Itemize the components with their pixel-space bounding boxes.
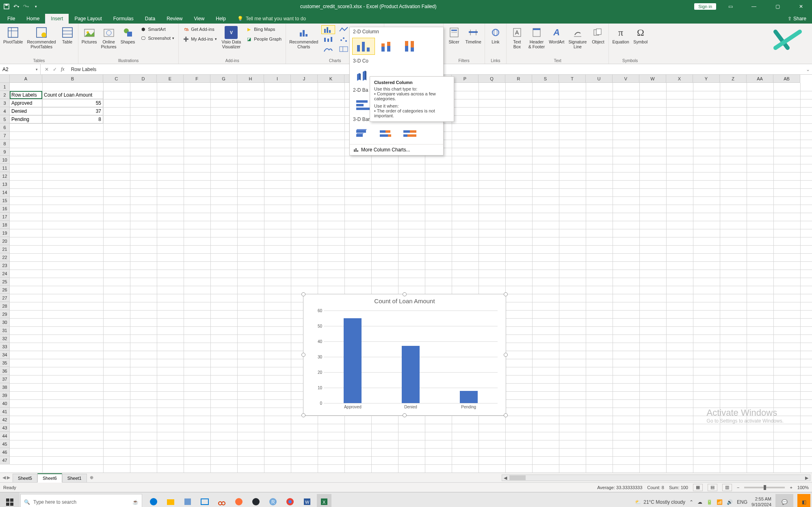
- cell[interactable]: Count of Loan Amount: [42, 91, 103, 99]
- resize-handle[interactable]: [301, 353, 305, 357]
- chart-bar[interactable]: [460, 391, 478, 403]
- column-header[interactable]: J: [291, 75, 318, 83]
- my-addins-button[interactable]: ➕My Add-ins▾: [181, 35, 218, 43]
- equation-button[interactable]: πEquation: [611, 25, 630, 45]
- clock[interactable]: 2:55 AM 9/10/2024: [751, 496, 771, 507]
- column-header[interactable]: C: [103, 75, 130, 83]
- column-header[interactable]: K: [318, 75, 344, 83]
- row-header[interactable]: 32: [0, 334, 10, 343]
- get-addins-button[interactable]: 🛍Get Add-ins: [181, 25, 218, 33]
- sheet-tab[interactable]: Sheet6: [37, 473, 62, 483]
- column-header[interactable]: X: [666, 75, 693, 83]
- row-header[interactable]: 19: [0, 229, 10, 237]
- column-header[interactable]: Z: [720, 75, 747, 83]
- statistic-chart-menu[interactable]: [321, 35, 335, 44]
- row-header[interactable]: 45: [0, 440, 10, 448]
- zoom-thumb[interactable]: [764, 485, 766, 490]
- tab-home[interactable]: Home: [21, 14, 45, 24]
- name-box[interactable]: A2 ▾: [0, 64, 41, 74]
- resize-handle[interactable]: [301, 413, 305, 417]
- tab-file[interactable]: File: [2, 14, 21, 24]
- row-header[interactable]: 1: [0, 83, 10, 91]
- row-header[interactable]: 37: [0, 375, 10, 383]
- close-icon[interactable]: ✕: [792, 0, 810, 13]
- onedrive-icon[interactable]: ☁: [697, 499, 702, 505]
- row-header[interactable]: 17: [0, 213, 10, 221]
- tab-page-layout[interactable]: Page Layout: [69, 14, 107, 24]
- row-header[interactable]: 4: [0, 107, 10, 115]
- weather-widget[interactable]: ⛅ 21°C Mostly cloudy: [635, 499, 685, 505]
- column-header[interactable]: E: [157, 75, 184, 83]
- column-header[interactable]: Y: [693, 75, 720, 83]
- volume-icon[interactable]: 🔊: [727, 499, 733, 505]
- cell[interactable]: 55: [42, 99, 103, 107]
- row-header[interactable]: 28: [0, 302, 10, 310]
- rstudio-icon[interactable]: R: [266, 494, 280, 507]
- row-header[interactable]: 39: [0, 391, 10, 399]
- cell[interactable]: 37: [42, 107, 103, 115]
- start-button[interactable]: [0, 492, 19, 507]
- row-header[interactable]: 42: [0, 416, 10, 424]
- column-header[interactable]: T: [559, 75, 586, 83]
- tab-formulas[interactable]: Formulas: [108, 14, 139, 24]
- zoom-out-button[interactable]: −: [737, 485, 739, 490]
- normal-view-button[interactable]: ▦: [693, 484, 703, 491]
- row-header[interactable]: 27: [0, 294, 10, 302]
- scroll-right-icon[interactable]: ▶: [803, 475, 810, 481]
- language-icon[interactable]: ENG: [737, 499, 747, 505]
- wordart-button[interactable]: AWordArt: [548, 25, 565, 45]
- cancel-formula-icon[interactable]: ✕: [45, 67, 49, 72]
- stacked-column-thumb[interactable]: [376, 38, 398, 55]
- link-button[interactable]: Link: [487, 25, 504, 45]
- visio-button[interactable]: VVisio Data Visualizer: [221, 25, 242, 50]
- column-header[interactable]: P: [452, 75, 479, 83]
- chart-plot-area[interactable]: 0102030405060 ApprovedDeniedPending: [324, 311, 498, 403]
- row-header[interactable]: 31: [0, 326, 10, 334]
- column-header[interactable]: B: [42, 75, 103, 83]
- shapes-button[interactable]: Shapes: [120, 25, 136, 45]
- tab-view[interactable]: View: [188, 14, 210, 24]
- row-header[interactable]: 14: [0, 188, 10, 196]
- tray-app-icon[interactable]: ◧: [797, 494, 810, 507]
- chart-bar[interactable]: [344, 318, 362, 403]
- row-header[interactable]: 9: [0, 148, 10, 156]
- column-header[interactable]: Q: [479, 75, 505, 83]
- file-explorer-icon[interactable]: [163, 494, 178, 507]
- fx-icon[interactable]: fx: [61, 66, 65, 72]
- resize-handle[interactable]: [403, 413, 407, 417]
- column-header[interactable]: S: [532, 75, 559, 83]
- screenshot-button[interactable]: 🖵Screenshot▾: [139, 34, 176, 42]
- share-button[interactable]: ⇪ Share: [782, 14, 812, 24]
- zoom-slider[interactable]: [744, 487, 785, 488]
- textbox-button[interactable]: AText Box: [509, 25, 525, 50]
- row-header[interactable]: 2: [0, 91, 10, 99]
- ribbon-display-icon[interactable]: ▭: [721, 0, 740, 13]
- row-header[interactable]: 34: [0, 351, 10, 359]
- horizontal-scrollbar[interactable]: ◀ ▶: [502, 475, 810, 481]
- cell[interactable]: Denied: [10, 107, 42, 115]
- column-header[interactable]: AA: [747, 75, 773, 83]
- recommended-charts-button[interactable]: Recommended Charts: [288, 25, 319, 50]
- column-chart-menu[interactable]: [321, 25, 335, 34]
- row-header[interactable]: 6: [0, 123, 10, 132]
- bing-maps-button[interactable]: ▶Bing Maps: [244, 25, 283, 33]
- column-header[interactable]: R: [505, 75, 532, 83]
- notifications-icon[interactable]: 💬: [775, 494, 793, 507]
- maps-chart-menu[interactable]: [321, 45, 335, 54]
- timeline-button[interactable]: Timeline: [465, 25, 482, 45]
- column-header[interactable]: W: [639, 75, 666, 83]
- qat-customize-icon[interactable]: ▾: [32, 3, 39, 10]
- row-header[interactable]: 24: [0, 270, 10, 278]
- scatter-chart-menu[interactable]: [337, 35, 351, 44]
- scroll-thumb[interactable]: [509, 475, 526, 480]
- cell[interactable]: Row Labels: [10, 91, 42, 99]
- online-pictures-button[interactable]: Online Pictures: [100, 25, 117, 50]
- resize-handle[interactable]: [403, 292, 407, 296]
- row-header[interactable]: 21: [0, 245, 10, 253]
- zoom-level[interactable]: 100%: [797, 485, 809, 490]
- resize-handle[interactable]: [504, 353, 508, 357]
- pivottable-button[interactable]: PivotTable: [2, 25, 24, 45]
- row-header[interactable]: 35: [0, 359, 10, 367]
- undo-icon[interactable]: ↶▾: [13, 3, 19, 10]
- row-header[interactable]: 30: [0, 318, 10, 326]
